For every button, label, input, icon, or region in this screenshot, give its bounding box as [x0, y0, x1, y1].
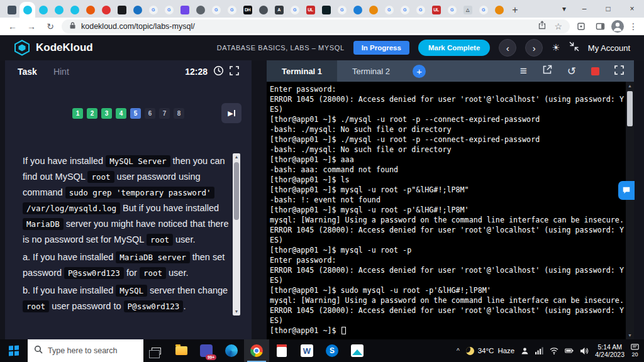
- taskbar-teams[interactable]: 99+: [194, 339, 219, 362]
- bookmark-star-icon[interactable]: ☆: [554, 21, 562, 31]
- browser-tab[interactable]: G: [145, 2, 161, 18]
- browser-menu-kebab-icon[interactable]: ⋮: [628, 21, 639, 31]
- my-account-link[interactable]: My Account: [588, 43, 630, 53]
- question-chip-8[interactable]: 8: [174, 108, 184, 119]
- window-minimize-button[interactable]: –: [572, 0, 596, 18]
- browser-tab[interactable]: [98, 2, 114, 18]
- terminal-tab-1[interactable]: Terminal 1: [267, 60, 337, 82]
- browser-tab[interactable]: G: [397, 2, 413, 18]
- forward-icon[interactable]: →: [24, 19, 39, 34]
- question-chip-3[interactable]: 3: [101, 108, 112, 119]
- question-chip-4[interactable]: 4: [116, 108, 126, 119]
- browser-tab[interactable]: [365, 2, 381, 18]
- mark-complete-button[interactable]: Mark Complete: [418, 40, 490, 56]
- browser-tab[interactable]: G: [208, 2, 224, 18]
- browser-tab[interactable]: [177, 2, 192, 18]
- browser-tab[interactable]: [491, 2, 507, 18]
- theme-toggle-sun-icon[interactable]: ☀: [552, 42, 560, 53]
- back-icon[interactable]: ←: [5, 19, 20, 34]
- tab-hint[interactable]: Hint: [53, 67, 69, 77]
- collapse-screen-icon[interactable]: [569, 41, 579, 54]
- new-tab-button[interactable]: +: [507, 2, 523, 18]
- scroll-up-icon[interactable]: ▲: [235, 153, 239, 161]
- tray-overflow-caret-icon[interactable]: ^: [457, 348, 460, 354]
- extensions-icon[interactable]: [574, 19, 589, 34]
- terminal-body[interactable]: Enter password:ERROR 1045 (28000): Acces…: [267, 82, 634, 339]
- browser-tab[interactable]: G: [287, 2, 303, 18]
- browser-tab[interactable]: [51, 2, 67, 18]
- terminal-tab-2[interactable]: Terminal 2: [337, 60, 405, 82]
- question-chip-6[interactable]: 6: [145, 108, 155, 119]
- window-maximize-button[interactable]: □: [596, 0, 620, 18]
- terminal-scroll-down-icon[interactable]: ▼: [628, 331, 632, 339]
- terminal-fullscreen-icon[interactable]: [614, 65, 624, 77]
- scroll-down-icon[interactable]: ▼: [235, 308, 239, 315]
- browser-tab[interactable]: UL: [428, 2, 444, 18]
- task-scrollbar[interactable]: ▲ ▼: [233, 153, 240, 315]
- browser-tab[interactable]: G: [475, 2, 491, 18]
- browser-tab[interactable]: [318, 2, 334, 18]
- signal-icon[interactable]: [535, 347, 543, 354]
- browser-tab[interactable]: [19, 2, 35, 18]
- tray-clock[interactable]: 5:14 AM 4/24/2023: [595, 343, 625, 358]
- browser-tab[interactable]: UL: [303, 2, 318, 18]
- open-in-new-icon[interactable]: [542, 65, 552, 77]
- kodekloud-logo[interactable]: KodeKloud: [14, 40, 93, 56]
- question-chip-5[interactable]: 5: [130, 108, 141, 119]
- taskbar-chrome[interactable]: [244, 339, 269, 362]
- taskbar-skype[interactable]: S: [319, 339, 345, 362]
- terminal-menu-icon[interactable]: ≡: [520, 64, 527, 78]
- browser-tab[interactable]: G: [224, 2, 240, 18]
- taskbar-edge[interactable]: [219, 339, 244, 362]
- tab-search-caret-icon[interactable]: ▾: [556, 0, 572, 18]
- prev-button[interactable]: ‹: [499, 39, 516, 57]
- question-chip-7[interactable]: 7: [159, 108, 170, 119]
- next-button[interactable]: ›: [525, 39, 543, 57]
- task-scrollbar-thumb[interactable]: [234, 162, 239, 220]
- stop-button[interactable]: [591, 67, 599, 75]
- browser-tab[interactable]: DH: [240, 2, 255, 18]
- weather-widget[interactable]: 34°C Haze: [466, 347, 515, 355]
- question-chip-2[interactable]: 2: [87, 108, 97, 119]
- browser-tab[interactable]: G: [413, 2, 428, 18]
- taskbar-search-input[interactable]: Type here to search: [28, 339, 143, 362]
- terminal-scrollbar[interactable]: ▲ ▼: [626, 82, 634, 339]
- browser-tab[interactable]: A: [271, 2, 287, 18]
- share-icon[interactable]: [538, 21, 547, 32]
- browser-tab[interactable]: [114, 2, 130, 18]
- side-panel-icon[interactable]: [592, 19, 608, 34]
- refresh-icon[interactable]: ↻: [43, 19, 58, 34]
- window-close-button[interactable]: ×: [620, 0, 644, 18]
- taskbar-file-explorer[interactable]: [169, 339, 194, 362]
- browser-tab[interactable]: G: [161, 2, 177, 18]
- browser-tab[interactable]: [4, 2, 19, 18]
- taskbar-writer[interactable]: [269, 339, 294, 362]
- browser-tab[interactable]: [192, 2, 208, 18]
- taskbar-word[interactable]: W: [294, 339, 319, 362]
- browser-tab[interactable]: [67, 2, 82, 18]
- chat-widget-button[interactable]: [618, 181, 635, 200]
- browser-tab[interactable]: G: [334, 2, 350, 18]
- browser-tab[interactable]: △: [460, 2, 475, 18]
- profile-avatar[interactable]: [611, 20, 624, 33]
- start-button[interactable]: [0, 339, 28, 362]
- notification-center[interactable]: 20: [631, 344, 639, 358]
- add-terminal-button[interactable]: +: [413, 65, 426, 78]
- tab-task[interactable]: Task: [18, 67, 37, 77]
- browser-tab[interactable]: [350, 2, 365, 18]
- taskbar-photos[interactable]: [345, 339, 370, 362]
- browser-tab[interactable]: G: [381, 2, 397, 18]
- browser-tab[interactable]: [255, 2, 271, 18]
- terminal-scroll-up-icon[interactable]: ▲: [628, 82, 632, 90]
- browser-tab[interactable]: G: [444, 2, 460, 18]
- address-bar[interactable]: kodekloud.com/topic/labs-mysql/ ☆: [62, 19, 570, 33]
- people-icon[interactable]: [521, 347, 529, 355]
- taskbar-task-view[interactable]: [143, 339, 169, 362]
- skip-to-end-button[interactable]: ▶: [221, 103, 242, 123]
- url-text[interactable]: kodekloud.com/topic/labs-mysql/: [81, 22, 195, 31]
- wifi-icon[interactable]: [550, 347, 558, 354]
- battery-icon[interactable]: [565, 347, 574, 354]
- volume-icon[interactable]: [580, 347, 589, 355]
- terminal-scrollbar-thumb[interactable]: [627, 91, 633, 126]
- browser-tab[interactable]: [82, 2, 98, 18]
